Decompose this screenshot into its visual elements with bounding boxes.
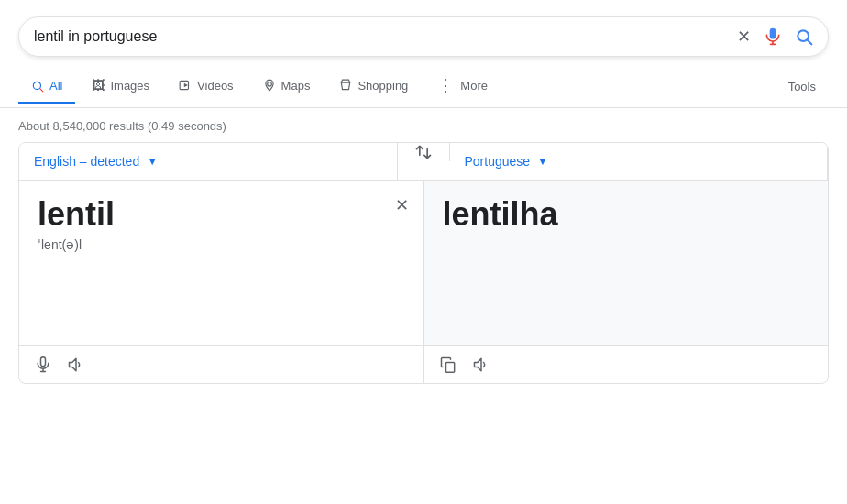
svg-rect-11	[446, 363, 454, 373]
translation-header: English – detected ▼ Portuguese ▼	[19, 143, 828, 181]
videos-tab-icon	[179, 79, 192, 92]
tab-more-label: More	[460, 79, 488, 93]
tab-all[interactable]: All	[18, 69, 75, 104]
tab-images[interactable]: 🖼 Images	[79, 69, 162, 104]
translation-body: lentil ˈlent(ə)l ✕ lentilha	[19, 181, 828, 345]
shopping-tab-icon	[339, 79, 352, 92]
translation-footer	[19, 345, 828, 383]
source-word: lentil	[38, 195, 405, 234]
translation-source-panel: lentil ˈlent(ə)l ✕	[19, 181, 424, 345]
results-count: About 8,540,000 results (0.49 seconds)	[0, 108, 847, 142]
tab-all-label: All	[50, 79, 62, 93]
mic-icon[interactable]	[764, 27, 782, 46]
more-tab-icon: ⋮	[437, 75, 455, 95]
clear-translation-button[interactable]: ✕	[395, 195, 409, 215]
images-tab-icon: 🖼	[92, 78, 104, 93]
search-bar-icons: ✕	[737, 27, 813, 47]
target-language-label: Portuguese	[465, 154, 531, 169]
svg-line-3	[40, 88, 43, 91]
search-button[interactable]	[795, 27, 813, 46]
source-footer-icons	[19, 345, 424, 383]
swap-languages-button[interactable]	[398, 143, 450, 161]
target-language-dropdown-arrow: ▼	[537, 155, 548, 168]
svg-marker-10	[70, 358, 77, 370]
tab-videos-label: Videos	[197, 79, 234, 93]
search-input[interactable]: lentil in portuguese	[34, 28, 728, 45]
search-bar[interactable]: lentil in portuguese ✕	[18, 16, 829, 57]
tab-maps[interactable]: Maps	[250, 70, 324, 104]
source-language-dropdown-arrow: ▼	[147, 155, 158, 168]
svg-rect-7	[41, 357, 46, 367]
source-mic-button[interactable]	[34, 356, 52, 374]
nav-tabs: All 🖼 Images Videos Maps Shopping ⋮ More…	[0, 66, 847, 108]
results-count-text: About 8,540,000 results (0.49 seconds)	[18, 119, 226, 133]
target-language-dropdown[interactable]: Portuguese ▼	[450, 143, 829, 180]
svg-marker-12	[474, 358, 481, 370]
search-bar-section: lentil in portuguese ✕	[0, 0, 847, 66]
tab-videos[interactable]: Videos	[166, 70, 247, 104]
translated-word: lentilha	[443, 195, 810, 234]
tab-maps-label: Maps	[281, 79, 311, 93]
source-speaker-button[interactable]	[67, 356, 85, 374]
copy-translation-button[interactable]	[439, 356, 457, 374]
svg-marker-5	[184, 83, 188, 88]
source-language-label: English – detected	[34, 154, 139, 169]
target-footer-icons	[424, 345, 829, 383]
source-phonetic: ˈlent(ə)l	[38, 237, 405, 252]
tab-shopping[interactable]: Shopping	[326, 70, 421, 104]
clear-search-button[interactable]: ✕	[737, 27, 751, 47]
tab-more[interactable]: ⋮ More	[424, 66, 500, 107]
source-language-dropdown[interactable]: English – detected ▼	[19, 143, 398, 180]
svg-point-6	[267, 82, 271, 87]
svg-line-1	[808, 40, 812, 45]
translation-widget: English – detected ▼ Portuguese ▼ lentil…	[18, 142, 829, 384]
tools-button[interactable]: Tools	[776, 71, 829, 103]
tools-label: Tools	[788, 80, 816, 93]
maps-tab-icon	[263, 79, 276, 92]
tab-shopping-label: Shopping	[358, 79, 408, 93]
target-speaker-button[interactable]	[472, 356, 490, 374]
tab-images-label: Images	[110, 79, 149, 93]
all-tab-icon	[31, 78, 44, 93]
translation-target-panel: lentilha	[424, 181, 829, 345]
